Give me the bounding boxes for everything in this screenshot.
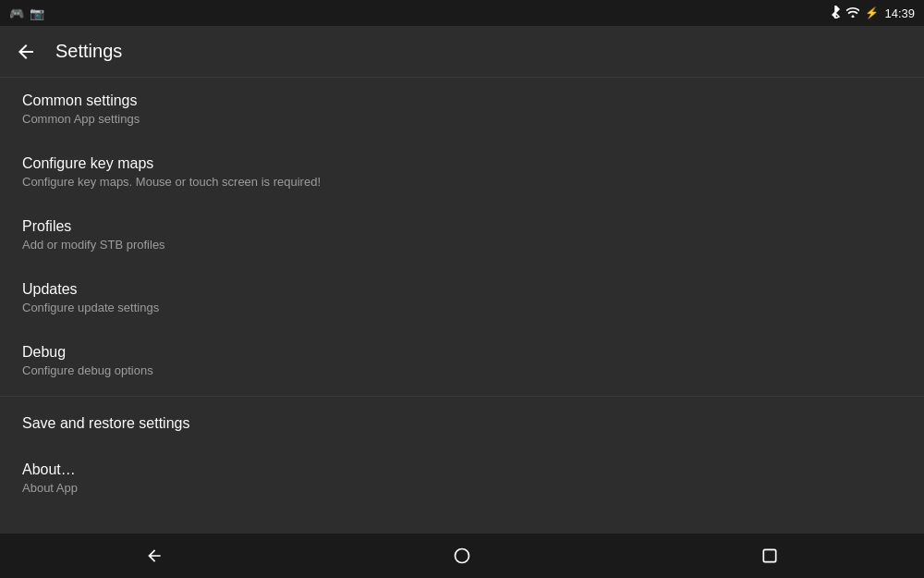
status-time: 14:39 (884, 6, 915, 20)
divider-before-save (0, 396, 924, 397)
settings-item-save-restore[interactable]: Save and restore settings (0, 400, 924, 447)
battery-charging-icon: ⚡ (865, 6, 879, 19)
settings-item-subtitle-profiles: Add or modify STB profiles (22, 238, 902, 252)
app-icon-1: 🎮 (9, 6, 24, 20)
settings-item-subtitle-about: About App (22, 481, 902, 495)
app-icon-2: 📷 (30, 6, 44, 20)
svg-point-0 (455, 549, 468, 563)
settings-item-updates[interactable]: UpdatesConfigure update settings (0, 266, 924, 329)
settings-item-title-debug: Debug (22, 344, 902, 361)
app-title: Settings (55, 41, 122, 62)
nav-bar (0, 534, 924, 578)
settings-list: Common settingsCommon App settingsConfig… (0, 78, 924, 510)
settings-item-title-updates: Updates (22, 281, 902, 298)
wifi-icon (846, 6, 859, 20)
settings-item-about[interactable]: About…About App (0, 447, 924, 510)
settings-item-title-about: About… (22, 461, 902, 478)
settings-item-title-common-settings: Common settings (22, 92, 902, 109)
status-bar-left: 🎮 📷 (9, 6, 44, 20)
app-bar: Settings (0, 26, 924, 78)
status-bar-right: ⚡ 14:39 (830, 6, 915, 21)
settings-item-subtitle-configure-key-maps: Configure key maps. Mouse or touch scree… (22, 175, 902, 189)
bluetooth-icon (830, 6, 841, 21)
settings-item-profiles[interactable]: ProfilesAdd or modify STB profiles (0, 203, 924, 266)
settings-item-title-save-restore: Save and restore settings (22, 415, 902, 432)
settings-item-common-settings[interactable]: Common settingsCommon App settings (0, 78, 924, 141)
settings-item-subtitle-debug: Configure debug options (22, 363, 902, 377)
nav-back-button[interactable] (145, 547, 164, 565)
settings-item-debug[interactable]: DebugConfigure debug options (0, 329, 924, 392)
settings-item-subtitle-updates: Configure update settings (22, 301, 902, 314)
nav-recent-button[interactable] (760, 547, 779, 565)
svg-rect-1 (764, 549, 776, 561)
status-bar: 🎮 📷 ⚡ 14:39 (0, 0, 924, 26)
settings-item-configure-key-maps[interactable]: Configure key mapsConfigure key maps. Mo… (0, 141, 924, 203)
back-button[interactable] (15, 41, 37, 63)
settings-item-title-profiles: Profiles (22, 218, 902, 235)
settings-item-subtitle-common-settings: Common App settings (22, 112, 902, 126)
settings-item-title-configure-key-maps: Configure key maps (22, 155, 902, 172)
nav-home-button[interactable] (453, 547, 471, 565)
